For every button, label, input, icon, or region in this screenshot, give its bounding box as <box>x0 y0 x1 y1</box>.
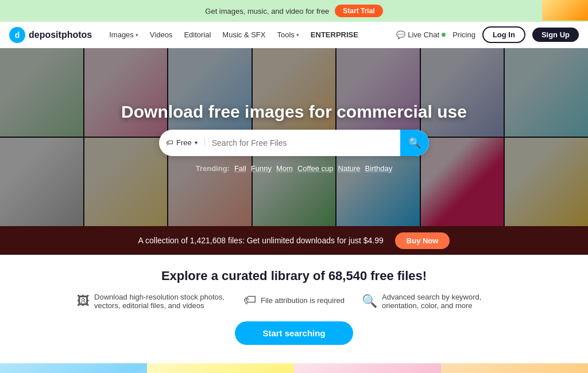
advanced-search-icon: 🔍 <box>362 294 377 309</box>
bottom-banner: A collection of 1,421,608 files: Get unl… <box>0 226 588 255</box>
top-banner: Get images, music, and video for free St… <box>0 0 588 22</box>
feature-text-search: Advanced search by keyword, orientation,… <box>382 293 511 310</box>
logo[interactable]: d depositphotos <box>9 27 92 43</box>
thumbnail-2[interactable] <box>147 363 294 373</box>
navigation: d depositphotos Images ▾ Videos Editoria… <box>0 22 588 48</box>
pricing-link[interactable]: Pricing <box>452 30 475 39</box>
nav-item-enterprise[interactable]: ENTERPRISE <box>305 22 364 48</box>
hero-overlay: Download free images for commercial use … <box>0 48 588 226</box>
thumbnail-4[interactable] <box>441 363 588 373</box>
feature-item-download: 🖼 Download high-resolution stock photos,… <box>77 293 226 310</box>
bottom-banner-text: A collection of 1,421,608 files: Get unl… <box>138 236 384 245</box>
logo-icon: d <box>9 27 25 43</box>
chevron-down-icon: ▾ <box>136 22 138 48</box>
feature-text-download: Download high-resolution stock photos, v… <box>94 293 226 310</box>
online-indicator <box>442 33 446 37</box>
features-list: 🖼 Download high-resolution stock photos,… <box>23 293 565 310</box>
trending-tag-funny[interactable]: Funny <box>251 164 272 173</box>
logo-text: depositphotos <box>29 30 92 40</box>
nav-right: 💬 Live Chat Pricing Log In Sign Up <box>396 26 579 43</box>
search-input[interactable] <box>205 138 400 147</box>
search-icon: 🔍 <box>408 137 421 149</box>
live-chat-button[interactable]: 💬 Live Chat <box>396 30 446 39</box>
thumbnails-row: ★ Favorites <box>0 363 588 373</box>
download-icon: 🖼 <box>77 294 90 309</box>
buy-now-button[interactable]: Buy Now <box>395 232 450 249</box>
search-type-selector[interactable]: 🏷 Free ▾ <box>159 138 205 147</box>
chat-icon: 💬 <box>396 30 405 39</box>
chevron-down-icon: ▾ <box>296 22 299 48</box>
trending-tag-coffee[interactable]: Coffee cup <box>297 164 334 173</box>
trending-tag-mom[interactable]: Mom <box>276 164 293 173</box>
thumbnail-3[interactable]: ★ Favorites <box>294 363 441 373</box>
trending-tag-birthday[interactable]: Birthday <box>365 164 393 173</box>
nav-item-images[interactable]: Images ▾ <box>103 22 144 48</box>
banner-image <box>542 0 588 21</box>
features-title: Explore a curated library of 68,540 free… <box>23 269 565 283</box>
trending-tag-nature[interactable]: Nature <box>338 164 361 173</box>
banner-text: Get images, music, and video for free <box>205 7 329 15</box>
chevron-down-icon: ▾ <box>195 139 198 146</box>
nav-item-videos[interactable]: Videos <box>144 22 179 48</box>
features-section: Explore a curated library of 68,540 free… <box>0 255 588 363</box>
start-searching-button[interactable]: Start searching <box>235 321 353 345</box>
trending-section: Trending: Fall Funny Mom Coffee cup Natu… <box>196 164 393 173</box>
thumbnail-1[interactable] <box>0 363 147 373</box>
search-button[interactable]: 🔍 <box>400 130 429 156</box>
nav-item-music[interactable]: Music & SFX <box>216 22 271 48</box>
nav-item-tools[interactable]: Tools ▾ <box>271 22 304 48</box>
trending-label: Trending: <box>196 164 230 173</box>
feature-item-search: 🔍 Advanced search by keyword, orientatio… <box>362 293 511 310</box>
attribution-icon: 🏷 <box>243 293 256 308</box>
hero-section: Download free images for commercial use … <box>0 48 588 226</box>
feature-text-attribution: File attribution is required <box>261 296 345 305</box>
trending-tag-fall[interactable]: Fall <box>234 164 246 173</box>
start-trial-button[interactable]: Start Trial <box>335 5 382 17</box>
signup-button[interactable]: Sign Up <box>532 28 579 42</box>
search-bar: 🏷 Free ▾ 🔍 <box>159 130 429 156</box>
tag-icon: 🏷 <box>166 138 173 147</box>
login-button[interactable]: Log In <box>482 26 525 43</box>
hero-title: Download free images for commercial use <box>121 102 467 122</box>
nav-item-editorial[interactable]: Editorial <box>178 22 216 48</box>
feature-item-attribution: 🏷 File attribution is required <box>243 293 345 308</box>
